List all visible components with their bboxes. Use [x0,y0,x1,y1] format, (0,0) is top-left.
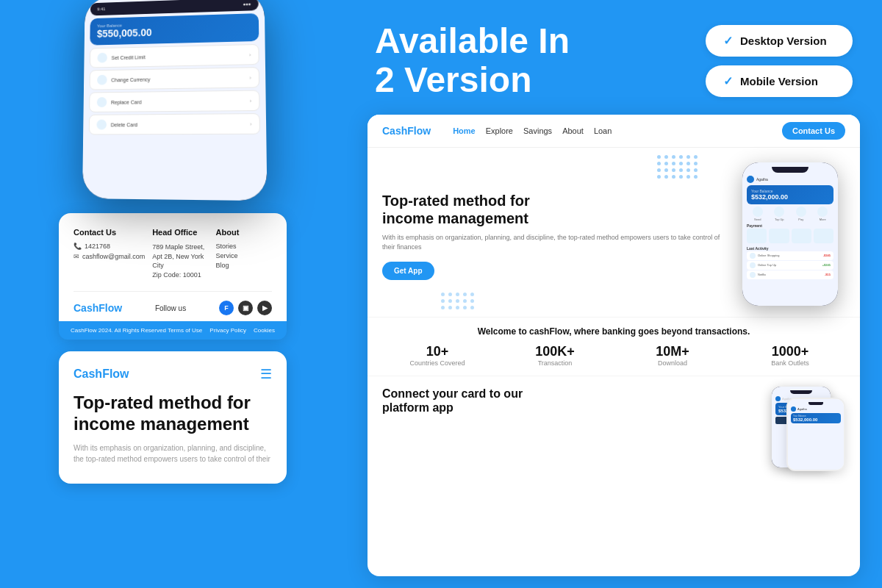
stat-countries-label: Countries Covered [382,359,492,367]
email-icon: ✉ [74,253,79,260]
right-panel: Available In 2 Version ✓ Desktop Version… [345,0,882,588]
stat-countries: 10+ Countries Covered [382,344,492,367]
phone-menu-item: Change Currency › [90,67,260,90]
stats-grid: 10+ Countries Covered 100K+ Transaction … [382,344,845,367]
about-stories[interactable]: Stories [216,243,272,250]
preview-hero: Top-rated method for income management W… [368,148,860,317]
follow-us-label: Follow us [155,304,186,312]
hero-list-item-1: Online Shopping -$345 [747,251,833,260]
dots-decoration-top [657,155,698,179]
payment-label: Payment [747,223,833,228]
phone-menu-item: Delete Card › [89,113,260,135]
stat-countries-number: 10+ [382,344,492,359]
about-title: About [216,228,272,237]
mobile-brand: CashFlow [74,368,129,381]
preview-stats: Welcome to cashFlow, where banking goes … [368,317,860,376]
play-icon[interactable]: ▶ [257,301,272,315]
email-contact: ✉ cashflow@gmail.com [74,253,145,260]
footer-copyright-bar: CashFlow 2024. All Rights Reserved Terms… [59,321,287,340]
stat-transaction-number: 100K+ [500,344,610,359]
hero-phone-screen: Agatha Your Balance $532,000.00 Send Top… [742,162,838,306]
stat-outlets: 1000+ Bank Outlets [735,344,845,367]
preview-brand: CashFlow [382,125,431,137]
head-office-col: Head Office 789 Maple Street, Apt 2B, Ne… [152,228,208,279]
balance-amount: $532,000.00 [751,193,829,201]
stat-outlets-label: Bank Outlets [735,359,845,367]
stat-download: 10M+ Download [617,344,728,367]
nav-savings[interactable]: Savings [523,126,552,135]
nav-loan[interactable]: Loan [594,126,612,135]
hero-balance-card: Your Balance $532,000.00 [747,185,833,204]
hero-list-item-2: Online Top Up +$245 [747,261,833,270]
stats-headline: Welcome to cashFlow, where banking goes … [382,326,845,337]
desktop-version-label: Desktop Version [740,35,827,47]
about-col: About Stories Service Blog [216,228,272,279]
phone-number: 1421768 [85,243,110,250]
footer-card: Contact Us 📞 1421768 ✉ cashflow@gmail.co… [59,213,287,340]
cp-notch-1 [790,390,812,394]
dots-decoration-bottom [441,293,475,309]
connect-title: Connect your card to our platform app [382,387,684,415]
hero-title: Top-rated method for income management [382,192,720,227]
footer-bottom: CashFlow Follow us F ▣ ▶ CashFlow 2024. … [74,291,272,340]
get-app-button[interactable]: Get App [382,262,434,280]
mobile-description: With its emphasis on organization, plann… [74,442,272,465]
hero-phone-outer: Agatha Your Balance $532,000.00 Send Top… [742,162,838,306]
main-headline: Available In 2 Version [375,22,676,100]
terms-link[interactable]: Terms of Use [168,327,202,334]
stat-transaction: 100K+ Transaction [500,344,610,367]
stat-outlets-number: 1000+ [735,344,845,359]
hamburger-icon[interactable]: ☰ [260,366,272,382]
footer-brand-row: CashFlow Follow us F ▣ ▶ [74,301,272,315]
phone-balance-card: Your Balance $550,005.00 [90,13,259,46]
phone-icon: 📞 [74,243,82,250]
about-service[interactable]: Service [216,252,272,259]
mobile-card: CashFlow ☰ Top-rated method for income m… [59,351,287,484]
nav-home[interactable]: Home [453,126,476,135]
stat-download-number: 10M+ [617,344,728,359]
footer-grid: Contact Us 📞 1421768 ✉ cashflow@gmail.co… [74,228,272,279]
facebook-icon[interactable]: F [219,301,234,315]
top-section: Available In 2 Version ✓ Desktop Version… [345,0,882,115]
copyright-text: CashFlow 2024. All Rights Reserved [71,327,166,334]
contact-us-button[interactable]: Contact Us [782,122,845,140]
left-panel: 9:41 ●●● Your Balance $550,005.00 Set Cr… [0,0,345,588]
last-activity-label: Last Activity [747,246,833,251]
preview-connect: Connect your card to our platform app Ag… [368,376,860,485]
contact-us-title: Contact Us [74,228,145,237]
hero-phone-mockup: Agatha Your Balance $532,000.00 Send Top… [735,162,845,309]
desktop-version-badge: ✓ Desktop Version [706,25,853,57]
connect-text: Connect your card to our platform app [382,387,684,415]
hero-phone-notch [772,167,808,173]
check-icon-mobile: ✓ [723,74,733,88]
phone-menu-item: Replace Card › [89,90,259,112]
version-badges: ✓ Desktop Version ✓ Mobile Version [706,25,853,97]
stat-transaction-label: Transaction [500,359,610,367]
balance-label: Your Balance [751,189,829,193]
mobile-heading: Top-rated method for income management [74,392,272,435]
check-icon-desktop: ✓ [723,34,733,48]
office-address: 789 Maple Street, Apt 2B, New York City … [152,243,208,279]
copyright-links: Terms of Use Privacy Policy Cookies [168,327,275,334]
phone-screen: 9:41 ●●● Your Balance $550,005.00 Set Cr… [82,0,268,201]
connect-phone-2: Agatha Your Balance $532,000.00 [786,398,845,471]
preview-navbar: CashFlow Home Explore Savings About Loan… [368,115,860,148]
social-icons: F ▣ ▶ [219,301,272,315]
mobile-version-label: Mobile Version [740,75,818,87]
youtube-icon[interactable]: ▣ [238,301,253,315]
nav-explore[interactable]: Explore [486,126,513,135]
nav-about[interactable]: About [562,126,584,135]
phone-contact: 📞 1421768 [74,243,145,250]
hero-description: With its emphasis on organization, plann… [382,233,720,253]
hero-left: Top-rated method for income management W… [382,192,735,280]
hero-action-icons: Send Top Up Pay More [747,207,833,221]
phone-top-mockup: 9:41 ●●● Your Balance $550,005.00 Set Cr… [62,0,283,206]
about-blog[interactable]: Blog [216,262,272,269]
privacy-link[interactable]: Privacy Policy [209,327,246,334]
cookies-link[interactable]: Cookies [254,327,275,334]
phone-outer: 9:41 ●●● Your Balance $550,005.00 Set Cr… [82,0,268,201]
head-office-title: Head Office [152,228,208,237]
phone-menu-item: Set Credit Limit › [90,44,259,68]
website-preview-card: CashFlow Home Explore Savings About Loan… [368,115,860,576]
mobile-version-badge: ✓ Mobile Version [706,65,853,97]
